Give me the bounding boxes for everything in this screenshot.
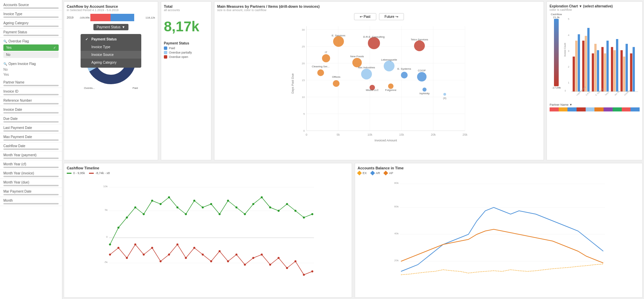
- dropdown-item-invoice-type[interactable]: Invoice Type: [81, 43, 141, 51]
- svg-point-106: [126, 217, 128, 219]
- svg-rect-73: [585, 36, 587, 92]
- legend-item-ap: AP: [384, 171, 393, 175]
- svg-text:Invoiced Amount: Invoiced Amount: [375, 139, 397, 142]
- legend-item-ex: EX: [358, 171, 367, 175]
- month-year-due-slider[interactable]: [3, 185, 59, 186]
- sidebar: Accounts Source Invoice Type Ageing Cate…: [0, 0, 62, 299]
- month-year-cf-slider[interactable]: [3, 167, 59, 168]
- sidebar-item-month-year-invoice[interactable]: Month Year (invoice): [0, 170, 62, 179]
- svg-point-126: [294, 210, 296, 212]
- cashflow-date-slider[interactable]: [3, 148, 59, 150]
- sidebar-item-max-payment-date[interactable]: Max Payment Date: [0, 133, 62, 142]
- legend-item-paid: Paid: [164, 46, 208, 50]
- due-date-slider[interactable]: [3, 121, 59, 123]
- invoice-date-slider[interactable]: [3, 112, 59, 113]
- cashflow-bar-positive: [111, 14, 134, 21]
- svg-point-44: [317, 69, 324, 76]
- partner-name-label-text: Partner Name ▼: [550, 103, 572, 106]
- sidebar-item-payment-status[interactable]: Payment Status: [0, 29, 62, 38]
- invoice-id-slider[interactable]: [3, 94, 59, 95]
- svg-point-132: [134, 243, 136, 245]
- month-year-invoice-slider[interactable]: [3, 176, 59, 177]
- svg-point-109: [151, 200, 153, 202]
- legend-label-paid: Paid: [169, 46, 175, 50]
- svg-text:0: 0: [106, 235, 108, 238]
- future-button[interactable]: Future ↪: [379, 13, 404, 20]
- svg-point-124: [277, 210, 280, 212]
- sidebar-item-reference-number[interactable]: Reference Number: [0, 97, 62, 106]
- mar-payment-date-slider[interactable]: [3, 194, 59, 195]
- partner-name-label[interactable]: Partner Name ▼: [550, 103, 640, 106]
- svg-text:25k: 25k: [463, 133, 468, 136]
- invoice-type-slider[interactable]: [3, 16, 59, 18]
- svg-rect-79: [604, 54, 606, 92]
- total-panel-title: Total: [164, 4, 208, 8]
- svg-point-38: [322, 54, 330, 62]
- svg-text:-5k: -5k: [104, 261, 108, 264]
- partner-name-slider[interactable]: [3, 85, 59, 86]
- sidebar-item-cashflow-date[interactable]: Cashflow Date: [0, 142, 62, 152]
- timeline-panel: Cashflow Timeline 0 - 9,95k -8,74k - x8 …: [64, 163, 352, 298]
- reference-number-slider[interactable]: [3, 103, 59, 104]
- ageing-category-slider[interactable]: [3, 26, 59, 27]
- svg-point-105: [117, 227, 119, 229]
- month-year-payment-slider[interactable]: [3, 158, 59, 159]
- svg-text:Cleaning Ser...: Cleaning Ser...: [312, 65, 329, 68]
- sidebar-item-ageing-category[interactable]: Ageing Category: [0, 20, 62, 29]
- sidebar-item-last-payment-date[interactable]: Last Payment Date: [0, 124, 62, 133]
- past-future-buttons: ↩ Past Future ↪: [217, 13, 541, 20]
- legend-ar-label: AR: [376, 171, 380, 175]
- sidebar-item-mar-payment-date[interactable]: Mar Payment Date: [0, 188, 62, 197]
- sidebar-label-reference-number: Reference Number: [3, 99, 59, 102]
- svg-point-125: [286, 203, 288, 205]
- payment-status-slider[interactable]: [3, 35, 59, 36]
- past-arrow-icon: ↩: [360, 15, 362, 19]
- donut-dropdown-button[interactable]: Payment Status ▼: [93, 24, 129, 30]
- exploration-bar-chart: 5 4 3 2 1 0 Invoice Count: [563, 13, 640, 100]
- dropdown-button-label: Payment Status: [97, 25, 121, 29]
- overdue-flag-no-button[interactable]: No: [3, 52, 59, 58]
- legend-diamond-ar: [370, 171, 375, 175]
- max-payment-date-slider[interactable]: [3, 139, 59, 141]
- dropdown-item-invoice-source[interactable]: Invoice Source: [81, 51, 141, 59]
- exploration-title: Exploration Chart ▼ (select alternative): [550, 4, 640, 8]
- total-all-accounts: all accounts: [164, 8, 208, 12]
- legend-ap-label: AP: [389, 171, 393, 175]
- sidebar-item-partner-name[interactable]: Partner Name: [0, 79, 62, 88]
- sidebar-item-due-date[interactable]: Due Date: [0, 115, 62, 124]
- dropdown-item-ageing-category[interactable]: Ageing Category: [81, 59, 141, 66]
- overdue-flag-yes-button[interactable]: Yes: [3, 44, 59, 51]
- svg-text:0: 0: [565, 90, 566, 92]
- sidebar-item-invoice-type[interactable]: Invoice Type: [0, 10, 62, 20]
- partner-seg-7: [604, 107, 613, 111]
- exploration-subtitle: color is cashflow: [550, 8, 640, 11]
- last-payment-date-slider[interactable]: [3, 130, 59, 132]
- sidebar-item-month-year-due[interactable]: Month Year (due): [0, 179, 62, 188]
- svg-text:5: 5: [303, 112, 305, 115]
- svg-point-58: [422, 88, 427, 92]
- sidebar-item-invoice-date[interactable]: Invoice Date: [0, 106, 62, 115]
- svg-point-142: [218, 250, 221, 252]
- dropdown-item-payment-status-label: Payment Status: [91, 37, 117, 41]
- sidebar-item-invoice-id[interactable]: Invoice ID: [0, 88, 62, 97]
- svg-point-112: [176, 206, 178, 208]
- svg-point-123: [269, 206, 271, 208]
- cashflow-bar-negative: [90, 14, 111, 21]
- past-button[interactable]: ↩ Past: [354, 13, 376, 20]
- svg-text:Days Past Due: Days Past Due: [291, 73, 294, 94]
- sidebar-item-month-year-cf[interactable]: Month Year (cf): [0, 161, 62, 170]
- month-slider[interactable]: [3, 203, 59, 204]
- legend-label-overdue-partial: Overdue partially: [169, 51, 192, 54]
- sidebar-item-accounts-source[interactable]: Accounts Source: [0, 1, 62, 10]
- sidebar-item-month[interactable]: Month: [0, 197, 62, 206]
- sidebar-label-ageing-category: Ageing Category: [3, 21, 59, 25]
- accounts-source-slider[interactable]: [3, 7, 59, 9]
- sidebar-item-month-year-payment[interactable]: Month Year (payment): [0, 152, 62, 161]
- legend-ex-label: EX: [363, 171, 367, 175]
- cashflow-panel-title: Cashflow by Account Source: [67, 4, 155, 8]
- cashflow-year: 2019: [67, 16, 76, 19]
- dropdown-item-payment-status[interactable]: ✓ Payment Status: [81, 35, 141, 43]
- timeline-line-red: [89, 173, 94, 174]
- total-value: 8,17k: [164, 19, 208, 35]
- svg-rect-82: [613, 50, 616, 92]
